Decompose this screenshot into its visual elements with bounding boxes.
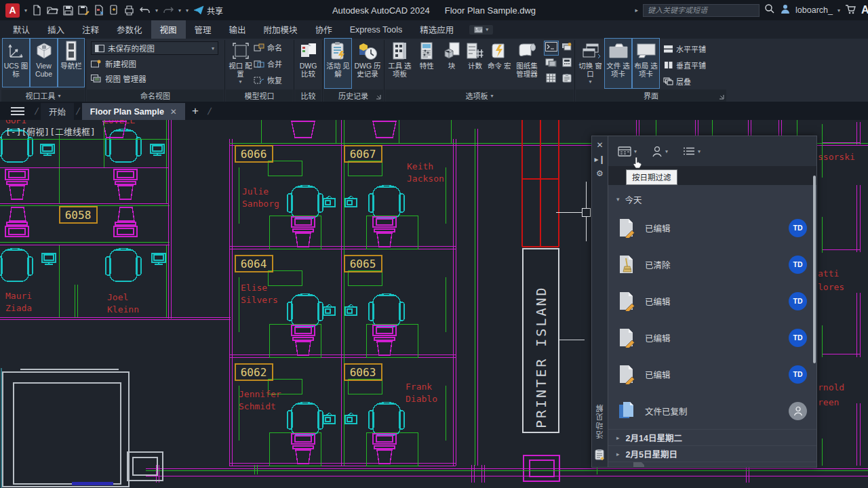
properties-button[interactable]: 特性 [414, 39, 440, 70]
tile-horizontally-button[interactable]: 水平平铺 [663, 41, 706, 57]
tab-default[interactable]: 默认 [4, 20, 39, 39]
dwg-history-button[interactable]: DWG 历史记录 [353, 39, 382, 78]
palette-close-icon[interactable]: ✕ [596, 141, 603, 149]
panel-label-named-views[interactable]: 命名视图 [87, 89, 224, 102]
filter-by-user-button[interactable]: ▾ [652, 146, 668, 157]
tab-start[interactable]: 开始 [41, 103, 74, 120]
viewport-named-button[interactable]: 命名 [254, 39, 282, 56]
palette-properties-icon[interactable]: ⚙ [596, 169, 604, 178]
redo-icon[interactable] [163, 5, 174, 15]
activity-item[interactable]: 已编辑 TD [608, 283, 816, 319]
search-input[interactable] [643, 4, 760, 17]
activity-item[interactable]: 已编辑 TD [608, 319, 816, 356]
interface-flyout-icon[interactable] [719, 94, 724, 100]
close-tab-icon[interactable]: ✕ [170, 107, 177, 117]
navigation-bar-button[interactable]: 导航栏 [58, 39, 84, 87]
panel-label-model-viewports[interactable]: 模型视口 [226, 89, 293, 102]
activity-item[interactable]: 已编辑 TD [608, 209, 816, 246]
panel-label-interface[interactable]: 界面 [576, 89, 726, 102]
avatar[interactable]: TD [789, 256, 807, 274]
undo-icon[interactable] [140, 5, 151, 15]
publish-icon[interactable] [94, 5, 104, 16]
switch-windows-button[interactable]: 切换 窗口 ▾ [577, 39, 604, 85]
count-button[interactable]: 计数 [464, 39, 487, 70]
viewport-restore-button[interactable]: 恢复 [254, 72, 282, 88]
qat-customize-icon[interactable]: ▾ [186, 7, 189, 14]
ucs-icon-button[interactable]: UCS 图标 [3, 39, 29, 87]
new-drawing-tab-button[interactable]: + [185, 104, 205, 118]
tab-featured-apps[interactable]: 精选应用 [411, 20, 462, 39]
username[interactable]: loboarch_ [795, 5, 833, 15]
palette-scrollbar[interactable] [813, 176, 816, 363]
tab-express-tools[interactable]: Express Tools [341, 20, 412, 39]
panel-label-palettes[interactable]: 选项板▾ [385, 89, 574, 102]
undo-caret-icon[interactable]: ▾ [155, 7, 158, 14]
layout-tabs-button[interactable]: 布局 选项卡 [633, 39, 659, 88]
tab-insert[interactable]: 插入 [39, 20, 73, 39]
save-as-icon[interactable] [78, 5, 90, 16]
panel-label-compare[interactable]: 比较 [295, 89, 321, 102]
autocad-logo-icon[interactable]: A [5, 3, 20, 18]
palette-autohide-icon[interactable]: ▸❙ [594, 155, 605, 163]
activity-insights-button[interactable]: 活动 见解 [325, 39, 351, 88]
app-store-icon[interactable]: A [861, 4, 868, 16]
sheet-set-manager-button[interactable]: 图纸集 管理器 [512, 39, 542, 78]
redo-caret-icon[interactable]: ▾ [178, 7, 181, 14]
avatar-anonymous[interactable] [789, 402, 807, 420]
stack-palette-button[interactable] [560, 41, 574, 55]
save-icon[interactable] [63, 5, 73, 16]
tab-floor-plan-sample[interactable]: Floor Plan Sample ✕ [82, 103, 185, 120]
activity-item[interactable]: 已编辑 TD [608, 356, 816, 392]
new-view-button[interactable]: 新建视图 [91, 56, 224, 71]
clipboard-palette-button[interactable] [560, 73, 574, 86]
activity-item[interactable]: 文件已复制 [608, 392, 816, 429]
view-dropdown[interactable]: 未保存的视图 ▾ [91, 41, 218, 55]
filter-by-date-button[interactable]: ▾ [618, 146, 637, 157]
viewport-config-button[interactable]: 视口 配置 ▾ [227, 39, 254, 85]
panel-label-history[interactable]: 历史记录 [323, 89, 383, 102]
avatar[interactable]: TD [789, 292, 807, 310]
file-tabs-button[interactable]: 文件 选项卡 [605, 39, 631, 88]
cart-icon[interactable] [845, 4, 856, 17]
avatar[interactable]: TD [789, 329, 807, 347]
etransmit-icon[interactable] [109, 5, 119, 16]
tab-collaborate[interactable]: 协作 [307, 20, 341, 39]
viewport-join-button[interactable]: 合并 [254, 56, 282, 72]
group-feb14[interactable]: ▸ 2月14日星期二 [608, 429, 816, 445]
app-menu-caret-icon[interactable]: ▾ [24, 7, 27, 14]
viewcube-button[interactable]: View Cube [31, 39, 57, 87]
file-tab-menu-icon[interactable] [11, 105, 24, 117]
plot-icon[interactable] [123, 5, 135, 16]
group-feb5[interactable]: ▸ 2月5日星期日 [608, 445, 816, 462]
blocks-palette-button[interactable]: 块 [441, 39, 463, 70]
user-menu-caret-icon[interactable]: ▾ [837, 7, 840, 14]
activity-item[interactable]: 已清除 TD [608, 246, 816, 283]
tab-parametric[interactable]: 参数化 [108, 20, 151, 39]
tab-output[interactable]: 输出 [220, 20, 255, 39]
open-folder-icon[interactable] [47, 5, 58, 16]
panel-label-viewport-tools[interactable]: 视口工具▾ [1, 89, 85, 102]
avatar[interactable]: TD [789, 365, 807, 384]
user-avatar-icon[interactable] [780, 3, 791, 17]
view-manager-button[interactable]: 视图 管理器 [91, 71, 224, 86]
search-icon[interactable] [764, 3, 775, 17]
tile-vertically-button[interactable]: 垂直平铺 [663, 57, 706, 73]
tab-addins[interactable]: 附加模块 [255, 20, 307, 39]
viewport-controls-label[interactable]: [-][俯视][二维线框] [5, 127, 96, 137]
calculator-button[interactable] [560, 57, 574, 70]
new-file-icon[interactable] [32, 5, 42, 16]
avatar[interactable]: TD [789, 219, 807, 237]
command-macros-button[interactable]: 命令 宏 [487, 39, 511, 70]
layer-palette-button[interactable] [545, 57, 558, 70]
grid-palette-button[interactable] [545, 73, 558, 86]
tab-view[interactable]: 视图 [151, 20, 186, 39]
group-today[interactable]: ▾ 今天 [608, 189, 816, 209]
history-flyout-icon[interactable] [376, 94, 381, 100]
share-button[interactable]: 共享 [193, 5, 223, 16]
cascade-button[interactable]: 层叠 [663, 73, 706, 89]
filter-by-type-button[interactable]: ▾ [683, 146, 701, 156]
tool-palettes-button[interactable]: 工具 选项板 [387, 39, 413, 78]
tab-manage[interactable]: 管理 [186, 20, 220, 39]
dwg-compare-button[interactable]: DWG 比较 [295, 39, 321, 78]
tab-annotate[interactable]: 注释 [73, 20, 108, 39]
